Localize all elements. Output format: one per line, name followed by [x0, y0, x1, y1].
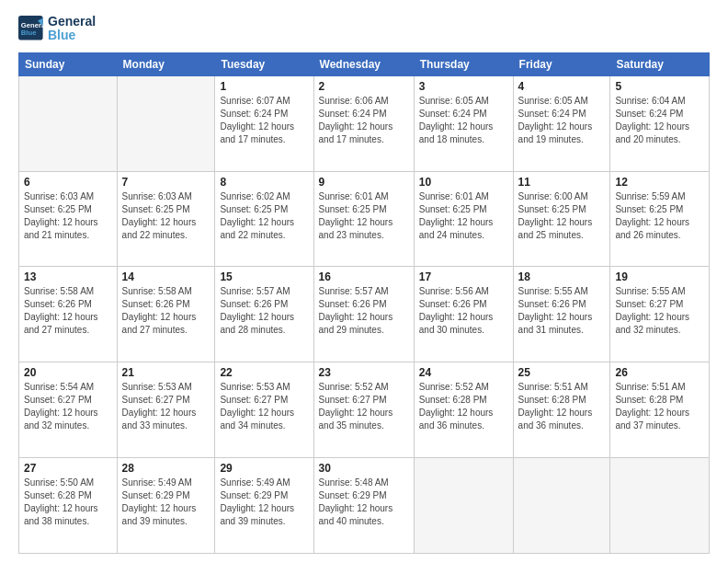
- header: General Blue General Blue: [18, 15, 710, 43]
- calendar-cell: 13Sunrise: 5:58 AMSunset: 6:26 PMDayligh…: [19, 267, 118, 362]
- day-info: Sunrise: 6:05 AMSunset: 6:24 PMDaylight:…: [419, 95, 508, 146]
- calendar-cell: 16Sunrise: 5:57 AMSunset: 6:26 PMDayligh…: [313, 267, 414, 362]
- calendar-header-row: SundayMondayTuesdayWednesdayThursdayFrid…: [19, 52, 710, 75]
- day-number: 1: [220, 80, 308, 93]
- day-info: Sunrise: 5:55 AMSunset: 6:26 PMDaylight:…: [518, 285, 606, 337]
- day-info: Sunrise: 6:03 AMSunset: 6:25 PMDaylight:…: [122, 190, 210, 242]
- day-number: 12: [615, 176, 704, 189]
- calendar-cell: 4Sunrise: 6:05 AMSunset: 6:24 PMDaylight…: [513, 75, 610, 171]
- day-info: Sunrise: 5:54 AMSunset: 6:27 PMDaylight:…: [24, 381, 112, 432]
- calendar-cell: 15Sunrise: 5:57 AMSunset: 6:26 PMDayligh…: [215, 267, 313, 362]
- day-number: 15: [220, 270, 308, 283]
- day-info: Sunrise: 5:48 AMSunset: 6:29 PMDaylight:…: [319, 477, 409, 528]
- day-number: 24: [419, 366, 508, 379]
- day-number: 19: [615, 270, 704, 283]
- day-info: Sunrise: 6:07 AMSunset: 6:24 PMDaylight:…: [220, 95, 308, 146]
- calendar-cell: 11Sunrise: 6:00 AMSunset: 6:25 PMDayligh…: [513, 171, 610, 267]
- calendar-cell: 25Sunrise: 5:51 AMSunset: 6:28 PMDayligh…: [513, 362, 610, 458]
- day-info: Sunrise: 5:59 AMSunset: 6:25 PMDaylight:…: [615, 190, 704, 242]
- day-info: Sunrise: 6:01 AMSunset: 6:25 PMDaylight:…: [419, 190, 508, 242]
- day-info: Sunrise: 5:49 AMSunset: 6:29 PMDaylight:…: [220, 477, 308, 528]
- day-number: 21: [122, 366, 210, 379]
- svg-text:Blue: Blue: [21, 29, 37, 37]
- day-info: Sunrise: 5:51 AMSunset: 6:28 PMDaylight:…: [615, 381, 704, 432]
- day-info: Sunrise: 5:53 AMSunset: 6:27 PMDaylight:…: [220, 381, 308, 432]
- day-number: 25: [518, 366, 606, 379]
- day-info: Sunrise: 5:53 AMSunset: 6:27 PMDaylight:…: [122, 381, 210, 432]
- header-thursday: Thursday: [414, 52, 513, 75]
- day-info: Sunrise: 5:56 AMSunset: 6:26 PMDaylight:…: [419, 285, 508, 337]
- logo-area: General Blue General Blue: [18, 15, 96, 43]
- calendar-cell: 23Sunrise: 5:52 AMSunset: 6:27 PMDayligh…: [313, 362, 414, 458]
- day-number: 18: [518, 270, 606, 283]
- calendar-cell: 3Sunrise: 6:05 AMSunset: 6:24 PMDaylight…: [414, 75, 513, 171]
- day-number: 23: [319, 366, 409, 379]
- day-info: Sunrise: 6:01 AMSunset: 6:25 PMDaylight:…: [319, 190, 409, 242]
- day-info: Sunrise: 6:03 AMSunset: 6:25 PMDaylight:…: [24, 190, 112, 242]
- day-info: Sunrise: 5:52 AMSunset: 6:27 PMDaylight:…: [319, 381, 409, 432]
- day-info: Sunrise: 6:04 AMSunset: 6:24 PMDaylight:…: [615, 95, 704, 146]
- calendar-cell: 12Sunrise: 5:59 AMSunset: 6:25 PMDayligh…: [610, 171, 710, 267]
- day-number: 27: [24, 462, 112, 475]
- day-number: 14: [122, 270, 210, 283]
- calendar-cell: [610, 458, 710, 554]
- header-wednesday: Wednesday: [313, 52, 414, 75]
- header-monday: Monday: [117, 52, 215, 75]
- header-tuesday: Tuesday: [215, 52, 313, 75]
- header-friday: Friday: [513, 52, 610, 75]
- calendar-cell: 26Sunrise: 5:51 AMSunset: 6:28 PMDayligh…: [610, 362, 710, 458]
- day-number: 8: [220, 176, 308, 189]
- day-number: 5: [615, 80, 704, 93]
- day-number: 13: [24, 270, 112, 283]
- day-info: Sunrise: 5:57 AMSunset: 6:26 PMDaylight:…: [220, 285, 308, 337]
- day-number: 28: [122, 462, 210, 475]
- day-info: Sunrise: 5:57 AMSunset: 6:26 PMDaylight:…: [319, 285, 409, 337]
- logo-text-line1: General: [48, 15, 96, 29]
- header-saturday: Saturday: [610, 52, 710, 75]
- day-number: 20: [24, 366, 112, 379]
- calendar-cell: 10Sunrise: 6:01 AMSunset: 6:25 PMDayligh…: [414, 171, 513, 267]
- day-info: Sunrise: 5:58 AMSunset: 6:26 PMDaylight:…: [122, 285, 210, 337]
- day-number: 30: [319, 462, 409, 475]
- calendar-cell: [513, 458, 610, 554]
- day-number: 26: [615, 366, 704, 379]
- calendar-cell: [414, 458, 513, 554]
- calendar-cell: 8Sunrise: 6:02 AMSunset: 6:25 PMDaylight…: [215, 171, 313, 267]
- calendar-cell: 1Sunrise: 6:07 AMSunset: 6:24 PMDaylight…: [215, 75, 313, 171]
- day-number: 2: [319, 80, 409, 93]
- day-number: 29: [220, 462, 308, 475]
- calendar-cell: 14Sunrise: 5:58 AMSunset: 6:26 PMDayligh…: [117, 267, 215, 362]
- calendar-week-1: 6Sunrise: 6:03 AMSunset: 6:25 PMDaylight…: [19, 171, 710, 267]
- header-sunday: Sunday: [19, 52, 118, 75]
- logo-text-line2: Blue: [48, 29, 96, 42]
- day-info: Sunrise: 5:55 AMSunset: 6:27 PMDaylight:…: [615, 285, 704, 337]
- calendar-cell: [117, 75, 215, 171]
- calendar-cell: 6Sunrise: 6:03 AMSunset: 6:25 PMDaylight…: [19, 171, 118, 267]
- day-info: Sunrise: 5:58 AMSunset: 6:26 PMDaylight:…: [24, 285, 112, 337]
- calendar-week-3: 20Sunrise: 5:54 AMSunset: 6:27 PMDayligh…: [19, 362, 710, 458]
- day-number: 16: [319, 270, 409, 283]
- calendar-week-2: 13Sunrise: 5:58 AMSunset: 6:26 PMDayligh…: [19, 267, 710, 362]
- calendar-cell: 29Sunrise: 5:49 AMSunset: 6:29 PMDayligh…: [215, 458, 313, 554]
- calendar-cell: 24Sunrise: 5:52 AMSunset: 6:28 PMDayligh…: [414, 362, 513, 458]
- day-info: Sunrise: 5:51 AMSunset: 6:28 PMDaylight:…: [518, 381, 606, 432]
- page: General Blue General Blue SundayMondayTu…: [0, 0, 728, 563]
- day-info: Sunrise: 6:00 AMSunset: 6:25 PMDaylight:…: [518, 190, 606, 242]
- day-number: 3: [419, 80, 508, 93]
- calendar-cell: 21Sunrise: 5:53 AMSunset: 6:27 PMDayligh…: [117, 362, 215, 458]
- day-number: 17: [419, 270, 508, 283]
- calendar-cell: 28Sunrise: 5:49 AMSunset: 6:29 PMDayligh…: [117, 458, 215, 554]
- calendar-table: SundayMondayTuesdayWednesdayThursdayFrid…: [18, 52, 710, 554]
- day-info: Sunrise: 6:05 AMSunset: 6:24 PMDaylight:…: [518, 95, 606, 146]
- calendar-cell: 30Sunrise: 5:48 AMSunset: 6:29 PMDayligh…: [313, 458, 414, 554]
- calendar-cell: 5Sunrise: 6:04 AMSunset: 6:24 PMDaylight…: [610, 75, 710, 171]
- calendar-week-0: 1Sunrise: 6:07 AMSunset: 6:24 PMDaylight…: [19, 75, 710, 171]
- calendar-cell: 19Sunrise: 5:55 AMSunset: 6:27 PMDayligh…: [610, 267, 710, 362]
- calendar-week-4: 27Sunrise: 5:50 AMSunset: 6:28 PMDayligh…: [19, 458, 710, 554]
- day-number: 9: [319, 176, 409, 189]
- calendar-cell: 9Sunrise: 6:01 AMSunset: 6:25 PMDaylight…: [313, 171, 414, 267]
- day-number: 4: [518, 80, 606, 93]
- calendar-cell: 7Sunrise: 6:03 AMSunset: 6:25 PMDaylight…: [117, 171, 215, 267]
- calendar-cell: 18Sunrise: 5:55 AMSunset: 6:26 PMDayligh…: [513, 267, 610, 362]
- generalblue-logo-icon: General Blue: [18, 16, 44, 41]
